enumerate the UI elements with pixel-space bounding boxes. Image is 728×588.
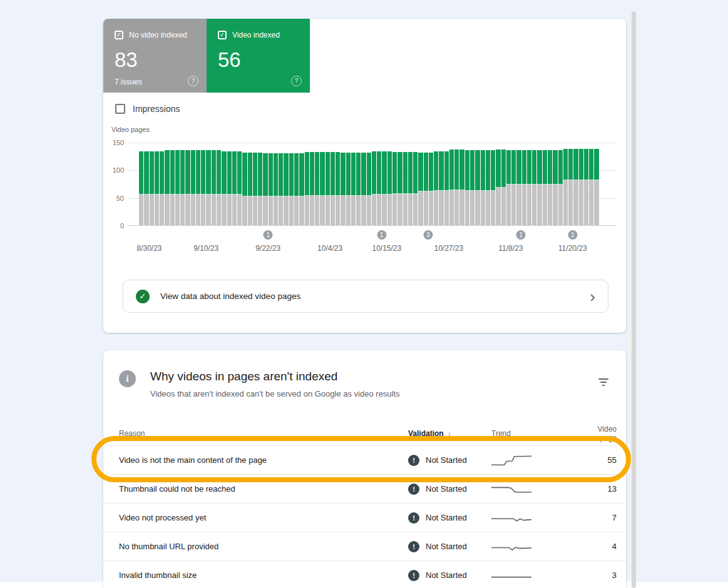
- bar-segment-no-video-indexed: [289, 196, 294, 225]
- column-header-reason: Reason: [119, 429, 408, 438]
- bar-segment-no-video-indexed: [299, 196, 304, 225]
- bar-segment-no-video-indexed: [543, 185, 547, 225]
- bar-segment-no-video-indexed: [326, 196, 330, 225]
- trend-sparkline: [491, 510, 531, 526]
- impressions-toggle[interactable]: Impressions: [115, 104, 180, 114]
- bar-segment-no-video-indexed: [429, 191, 433, 225]
- table-row[interactable]: Invalid thumbnail size!Not Started3: [103, 560, 626, 588]
- bar-segment-no-video-indexed: [579, 180, 583, 225]
- bar-segment-video-indexed: [299, 153, 304, 197]
- filter-icon[interactable]: [598, 378, 609, 386]
- stacked-bar: [331, 152, 335, 225]
- bar-segment-video-indexed: [434, 151, 438, 191]
- bar-segment-no-video-indexed: [242, 196, 247, 225]
- chevron-right-icon[interactable]: ›: [590, 290, 595, 303]
- checkbox-checked-icon[interactable]: ✓: [218, 31, 227, 39]
- scrollbar-thumb[interactable]: [632, 11, 636, 588]
- bar-segment-video-indexed: [253, 153, 257, 197]
- bar-segment-video-indexed: [496, 150, 500, 188]
- chart-annotation-marker: 3: [423, 230, 433, 240]
- table-row-highlighted[interactable]: Video is not the main content of the pag…: [103, 445, 626, 474]
- bar-segment-no-video-indexed: [568, 180, 573, 225]
- bar-segment-video-indexed: [315, 152, 319, 196]
- y-tick-label: 100: [103, 166, 124, 174]
- stacked-bar: [248, 153, 252, 225]
- stacked-bar: [351, 153, 356, 225]
- stacked-bar: [475, 150, 479, 225]
- bar-segment-no-video-indexed: [516, 185, 521, 225]
- bar-segment-video-indexed: [206, 150, 210, 195]
- bar-segment-video-indexed: [470, 150, 474, 190]
- checkbox-checked-icon[interactable]: ✓: [115, 31, 123, 39]
- x-tick-label: 10/4/23: [317, 244, 342, 253]
- bar-segment-no-video-indexed: [563, 180, 568, 225]
- bar-segment-video-indexed: [227, 151, 232, 195]
- table-row[interactable]: Thumbnail could not be reached!Not Start…: [103, 474, 626, 503]
- validation-status: Not Started: [426, 455, 467, 465]
- stacked-bar: [361, 153, 366, 225]
- bar-segment-video-indexed: [175, 150, 180, 195]
- bar-segment-no-video-indexed: [346, 196, 351, 225]
- axis-baseline: [128, 225, 617, 226]
- stacked-bar: [279, 153, 283, 225]
- y-axis-title: Video pages: [111, 126, 150, 133]
- video-page-count-cell: 3: [579, 570, 617, 580]
- banner-label: View data about indexed video pages: [160, 291, 300, 301]
- stacked-bar: [242, 153, 247, 225]
- stacked-bar: [144, 151, 148, 225]
- stacked-bar: [217, 150, 221, 225]
- bar-segment-no-video-indexed: [444, 191, 449, 225]
- bar-segment-video-indexed: [160, 151, 164, 195]
- bar-segment-no-video-indexed: [361, 196, 366, 225]
- help-icon[interactable]: ?: [188, 76, 198, 86]
- bar-segment-no-video-indexed: [341, 196, 345, 225]
- bar-segment-no-video-indexed: [413, 194, 418, 225]
- stacked-bar: [387, 151, 392, 225]
- bar-segment-video-indexed: [326, 152, 330, 196]
- help-icon[interactable]: ?: [291, 76, 302, 86]
- bar-segment-no-video-indexed: [496, 188, 500, 225]
- validation-cell: !Not Started: [408, 541, 491, 552]
- bar-segment-video-indexed: [382, 151, 386, 195]
- table-row[interactable]: No thumbnail URL provided!Not Started4: [103, 532, 626, 560]
- stacked-bar: [206, 150, 210, 225]
- table-row[interactable]: Video not processed yet!Not Started7: [103, 503, 626, 532]
- bar-segment-no-video-indexed: [180, 195, 185, 225]
- bar-segment-video-indexed: [222, 151, 226, 195]
- bar-segment-video-indexed: [165, 150, 169, 195]
- stacked-bar: [336, 152, 340, 225]
- metric-tile-video-indexed[interactable]: ✓ Video indexed 56 ?: [207, 19, 310, 93]
- bar-segment-video-indexed: [279, 153, 283, 197]
- bar-segment-no-video-indexed: [486, 191, 490, 225]
- bar-segment-no-video-indexed: [475, 191, 479, 225]
- bar-segment-video-indexed: [305, 152, 309, 196]
- view-indexed-data-banner[interactable]: ✓ View data about indexed video pages ›: [123, 280, 608, 313]
- chart-annotation-marker: 1: [377, 230, 386, 240]
- bar-segment-no-video-indexed: [434, 191, 438, 225]
- search-console-video-indexing-screen: ✓ No video indexed 83 7 issues ? ✓ Video…: [0, 0, 728, 588]
- bar-segment-video-indexed: [454, 150, 459, 190]
- impressions-label: Impressions: [133, 104, 180, 114]
- stacked-bar: [310, 152, 314, 225]
- stacked-bar: [522, 150, 526, 225]
- table-header-row: Reason Validation ↓ Trend Video page: [103, 422, 626, 445]
- bar-segment-video-indexed: [392, 152, 397, 194]
- bar-segment-video-indexed: [403, 152, 408, 194]
- stacked-bar: [589, 149, 593, 225]
- bar-segment-video-indexed: [269, 153, 273, 197]
- bar-segment-video-indexed: [284, 153, 288, 197]
- column-header-validation[interactable]: Validation ↓: [408, 429, 491, 438]
- tile-label: Video indexed: [232, 31, 280, 39]
- bar-segment-no-video-indexed: [150, 195, 154, 225]
- bar-segment-no-video-indexed: [160, 195, 164, 225]
- stacked-bar: [470, 150, 474, 225]
- stacked-bar: [232, 151, 237, 225]
- bar-segment-video-indexed: [424, 153, 428, 192]
- checkbox-unchecked-icon[interactable]: [115, 104, 125, 114]
- bar-segment-no-video-indexed: [351, 196, 356, 225]
- bar-segment-no-video-indexed: [397, 194, 402, 225]
- bar-segment-video-indexed: [263, 153, 267, 197]
- stacked-bar: [558, 150, 563, 225]
- stacked-bar: [294, 153, 299, 225]
- metric-tile-no-video-indexed[interactable]: ✓ No video indexed 83 7 issues ?: [103, 19, 207, 93]
